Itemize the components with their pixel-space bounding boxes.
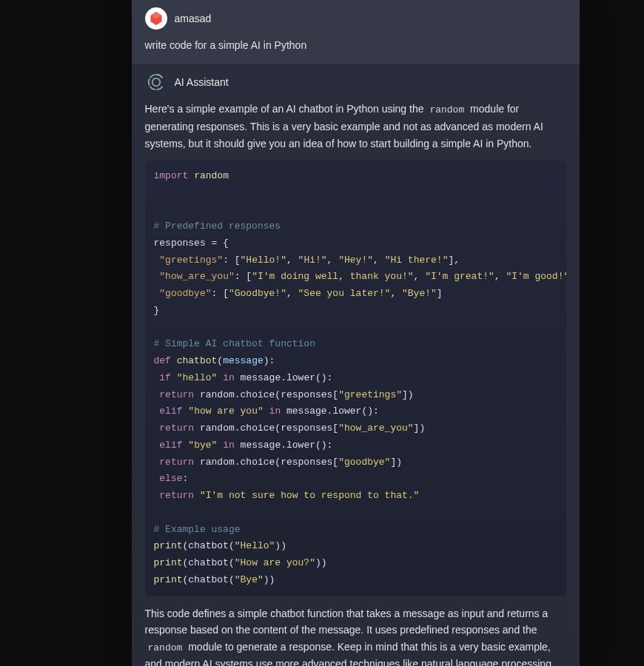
assistant-avatar [145,71,167,93]
tk-comment: # Predefined responses [154,221,281,232]
assistant-intro: Here's a simple example of an AI chatbot… [145,101,566,152]
tk-key: "greetings" [159,255,223,266]
tk-comment: # Example usage [154,524,241,535]
tk-punct: : [ [235,271,252,282]
inline-code-random: random [426,104,467,116]
tk-str: "Bye!" [402,288,437,299]
openai-icon [145,71,167,93]
tk-fn: chatbot [177,355,218,366]
inline-code-random: random [145,642,186,654]
tk-str: "See you later!" [298,288,391,299]
tk-punct: ], [448,255,460,266]
assistant-name: AI Assistant [175,75,229,90]
user-name: amasad [175,11,212,27]
tk-str: "Hello!" [241,255,286,266]
user-avatar [145,7,167,30]
tk-import: import [154,170,189,181]
tk-def: def [154,355,171,366]
tk-comment: # Simple AI chatbot function [154,338,315,349]
tk-key: "goodbye" [159,288,211,299]
tk-str: "Hi there!" [385,255,449,266]
tk-responses: responses = { [154,238,229,249]
message-header: AI Assistant [145,71,566,93]
tk-str: "Hi!" [298,255,327,266]
chat-panel[interactable]: amasad write code for a simple AI in Pyt… [132,0,580,666]
outro-text-pre: This code defines a simple chatbot funct… [145,608,549,636]
tk-punct: : [ [223,255,240,266]
tk-random: random [194,170,229,181]
tk-punct: : [ [212,288,229,299]
tk-key: "how_are_you" [159,271,234,282]
tk-str: "I'm good!" [506,271,566,282]
assistant-outro: This code defines a simple chatbot funct… [145,605,566,666]
tk-brace: } [154,305,160,316]
user-message-text: write code for a simple AI in Python [145,37,566,53]
code-block[interactable]: import random # Predefined responses res… [145,161,566,596]
tk-str: "I'm doing well, thank you!" [252,271,413,282]
outro-text-post: module to generate a response. Keep in m… [145,641,551,667]
user-avatar-icon [148,10,164,27]
tk-str: "Goodbye!" [229,288,286,299]
message-header: amasad [145,7,566,30]
tk-str: "Hey!" [338,255,373,266]
user-message: amasad write code for a simple AI in Pyt… [132,0,580,64]
svg-point-0 [152,78,160,87]
tk-str: "I'm great!" [425,271,494,282]
assistant-message: AI Assistant Here's a simple example of … [132,64,580,666]
tk-arg: message [223,355,264,366]
intro-text-pre: Here's a simple example of an AI chatbot… [145,103,427,115]
tk-punct: ] [437,288,443,299]
